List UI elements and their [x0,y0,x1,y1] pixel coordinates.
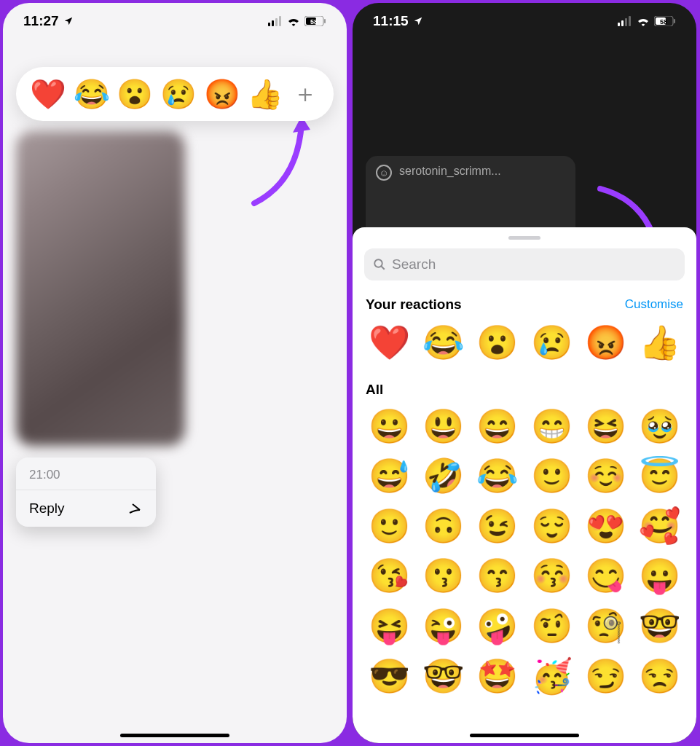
all-section-title: All [353,366,696,404]
reaction-angry[interactable]: 😡 [204,79,240,109]
signal-icon [268,16,283,26]
emoji-item[interactable]: 😗 [420,557,466,594]
home-indicator[interactable] [120,734,229,737]
background-post: ☺ serotonin_scrimm... [366,156,575,229]
reaction-like[interactable]: 👍 [247,79,283,109]
signal-icon [618,16,632,26]
svg-text:58: 58 [660,18,667,25]
emoji-item[interactable]: 😄 [474,408,521,445]
svg-rect-3 [279,16,281,26]
message-time: 21:00 [16,458,156,490]
reaction-emoji[interactable]: 😡 [582,324,629,361]
reply-button[interactable]: Reply [16,490,156,527]
svg-line-17 [381,266,385,270]
screenshot-right: 11:15 58 ☺ serotonin_scrimm... Search Yo… [353,3,696,743]
emoji-item[interactable]: 🙂 [528,458,575,495]
search-input[interactable]: Search [364,248,685,280]
wifi-icon [636,16,650,26]
customise-button[interactable]: Customise [625,297,683,312]
emoji-item[interactable]: 🤣 [420,458,466,495]
emoji-item[interactable]: 😀 [366,408,412,445]
svg-point-16 [374,259,382,267]
status-bar: 11:15 58 [353,3,696,34]
battery-icon: 58 [304,16,326,26]
svg-rect-8 [618,23,620,26]
reaction-emoji[interactable]: 😢 [528,324,575,361]
emoji-item[interactable]: 😁 [528,408,575,445]
emoji-item[interactable]: 😅 [366,458,412,495]
reaction-sad[interactable]: 😢 [160,79,197,109]
status-time: 11:27 [23,13,59,29]
emoji-item[interactable]: 🙂 [366,508,412,545]
reactions-section-header: Your reactions Customise [353,280,696,320]
svg-text:58: 58 [310,18,318,25]
screenshot-left: 11:27 58 ❤️ 😂 😮 😢 😡 👍 ＋ 21:00 Reply [3,3,347,743]
emoji-item[interactable]: 😏 [582,658,629,695]
all-emoji-grid: 😀😃😄😁😆🥹😅🤣😂🙂☺️😇🙂🙃😉😌😍🥰😘😗😙😚😋😛😝😜🤪🤨🧐🤓😎🤓🤩🥳😏😒 [353,404,696,699]
status-indicators: 58 [618,16,676,26]
emoji-item[interactable]: 😝 [366,608,412,645]
emoji-item[interactable]: 😒 [637,658,683,695]
emoji-item[interactable]: 😂 [474,458,521,495]
context-menu: 21:00 Reply [16,458,156,527]
reaction-wow[interactable]: 😮 [117,79,153,109]
sheet-grabber[interactable] [508,236,540,240]
battery-icon: 58 [654,16,676,26]
emoji-item[interactable]: ☺️ [582,458,629,495]
emoji-item[interactable]: 😎 [366,658,412,695]
emoji-item[interactable]: 🙃 [420,508,466,545]
svg-rect-1 [272,20,274,26]
reaction-emoji[interactable]: 😂 [420,324,466,361]
emoji-item[interactable]: 😜 [420,608,466,645]
reaction-laugh[interactable]: 😂 [74,79,110,109]
avatar-icon: ☺ [376,165,392,181]
annotation-arrow-icon [229,112,316,214]
reaction-emoji[interactable]: 😮 [474,324,521,361]
emoji-item[interactable]: 🤨 [528,608,575,645]
emoji-item[interactable]: 😍 [582,508,629,545]
svg-rect-9 [621,20,624,26]
svg-rect-2 [275,18,278,26]
emoji-item[interactable]: 🤓 [637,608,683,645]
emoji-item[interactable]: 😌 [528,508,575,545]
your-reactions-row: ❤️ 😂 😮 😢 😡 👍 [353,320,696,366]
wifi-icon [286,16,301,26]
status-bar: 11:27 58 [3,3,347,34]
emoji-item[interactable]: 😆 [582,408,629,445]
emoji-item[interactable]: 😙 [474,557,521,594]
svg-rect-14 [674,19,675,23]
emoji-item[interactable]: 😋 [582,557,629,594]
emoji-item[interactable]: 🤩 [474,658,521,695]
emoji-picker-sheet: Search Your reactions Customise ❤️ 😂 😮 😢… [353,227,696,743]
svg-rect-11 [629,16,631,26]
emoji-item[interactable]: 🥰 [637,508,683,545]
home-indicator[interactable] [470,734,579,737]
reaction-heart[interactable]: ❤️ [30,79,66,109]
svg-rect-10 [625,18,627,26]
your-reactions-title: Your reactions [366,297,462,313]
status-time-group: 11:27 [23,13,74,29]
search-placeholder: Search [392,256,436,272]
status-time-group: 11:15 [373,13,423,29]
emoji-item[interactable]: 🥹 [637,408,683,445]
svg-rect-6 [324,19,326,23]
emoji-item[interactable]: 😚 [528,557,575,594]
status-indicators: 58 [268,16,326,26]
message-preview[interactable] [16,131,185,446]
add-reaction-button[interactable]: ＋ [291,77,320,111]
svg-rect-0 [268,23,270,26]
emoji-item[interactable]: 🤪 [474,608,521,645]
emoji-item[interactable]: 😇 [637,458,683,495]
emoji-item[interactable]: 😛 [637,557,683,594]
status-time: 11:15 [373,13,409,29]
location-icon [63,16,74,26]
emoji-item[interactable]: 🥳 [528,658,575,695]
emoji-item[interactable]: 😃 [420,408,466,445]
reaction-emoji[interactable]: 👍 [637,324,683,361]
emoji-item[interactable]: 😘 [366,557,412,594]
emoji-item[interactable]: 😉 [474,508,521,545]
emoji-item[interactable]: 🤓 [420,658,466,695]
reaction-emoji[interactable]: ❤️ [366,324,412,361]
location-icon [413,16,423,26]
emoji-item[interactable]: 🧐 [582,608,629,645]
